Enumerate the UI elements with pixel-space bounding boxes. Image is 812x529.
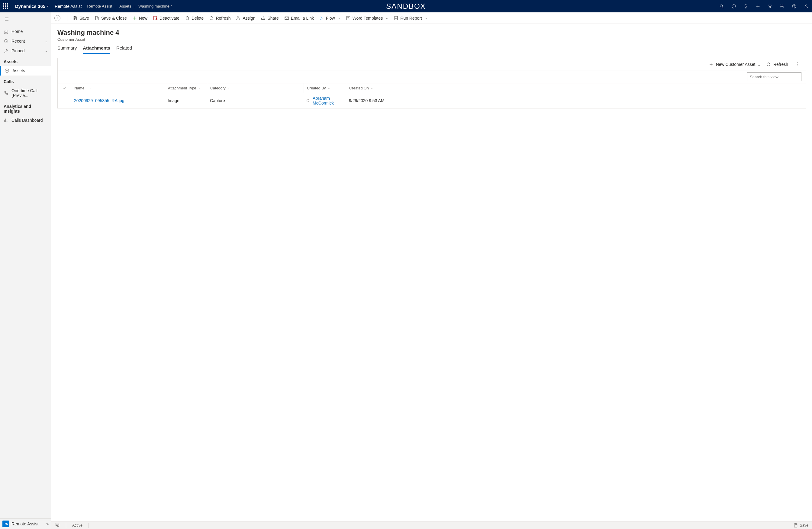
chevron-down-icon[interactable]: ⌄ [45,40,47,43]
chevron-down-icon[interactable]: ⌄ [338,17,340,20]
status-save-label: Save [800,523,809,528]
task-icon[interactable] [731,4,737,9]
svg-rect-17 [154,16,156,20]
filter-icon[interactable] [767,4,773,9]
assign-button[interactable]: Assign [236,16,255,20]
nav-pinned[interactable]: Pinned ⌄ [0,46,51,56]
user-icon[interactable] [803,4,809,9]
cmd-label: Save [79,16,89,20]
more-icon[interactable]: ⋮ [794,61,801,67]
cube-icon [4,68,9,73]
nav-one-time-call[interactable]: One-time Call (Previe... [0,86,51,100]
topbar-app-name[interactable]: Remote Assist [55,4,82,9]
attachment-name-link[interactable]: 20200929_095355_RA.jpg [74,98,125,103]
home-icon [4,29,9,34]
chevron-down-icon[interactable]: ⌄ [89,87,92,90]
breadcrumb-item[interactable]: Washing machine 4 [139,4,173,9]
nav-label: Pinned [12,48,25,53]
sandbox-label: SANDBOX [386,2,426,11]
svg-rect-28 [56,523,58,526]
search-input[interactable] [750,75,800,79]
lightbulb-icon[interactable] [743,4,749,9]
go-back-button[interactable]: ‹ [54,15,60,21]
save-button[interactable]: Save [73,16,89,20]
updown-icon[interactable]: ⇅ [46,523,49,526]
breadcrumb-item[interactable]: Assets [119,4,131,9]
nav-footer-label: Remote Assist [12,521,38,526]
col-header-category[interactable]: Category ⌄ [207,83,304,93]
brand-chevron-icon[interactable]: ▾ [47,4,49,8]
col-label: Category [210,86,226,90]
new-button[interactable]: New [132,16,147,20]
report-icon [394,16,398,20]
table-row[interactable]: 20200929_095355_RA.jpg Image Capture Abr… [58,94,806,108]
save-close-icon [95,16,99,20]
col-label: Created By [307,86,326,90]
nav-label: Home [12,29,23,34]
nav-group-analytics: Analytics and Insights [0,100,51,115]
cmd-label: Refresh [216,16,231,20]
pin-icon [4,48,9,53]
svg-point-5 [782,6,783,7]
nav-assets[interactable]: Assets [0,66,51,75]
chevron-down-icon[interactable]: ⌄ [228,87,230,90]
nav-calls-dashboard[interactable]: Calls Dashboard [0,115,51,125]
status-save-button[interactable]: Save [793,523,809,528]
tab-attachments[interactable]: Attachments [83,45,110,54]
separator [66,523,66,528]
new-attachment-button[interactable]: New Customer Asset ... [709,62,760,67]
cmd-label: New [139,16,147,20]
plus-icon [132,16,137,20]
created-by-link[interactable]: Abraham McCormick [313,96,343,105]
nav-recent[interactable]: Recent ⌄ [0,36,51,46]
col-header-created-by[interactable]: Created By ⌄ [304,83,346,93]
search-icon[interactable] [719,4,724,9]
chevron-down-icon[interactable]: ⌄ [425,17,427,20]
svg-point-7 [794,7,795,8]
col-label: Name [74,86,84,90]
chevron-down-icon[interactable]: ⌄ [386,17,388,20]
popout-icon[interactable] [55,523,60,528]
chevron-down-icon[interactable]: ⌄ [371,87,373,90]
save-close-button[interactable]: Save & Close [95,16,127,20]
col-header-name[interactable]: Name ↑ ⌄ [71,83,165,93]
plus-icon[interactable] [755,4,760,9]
panel-refresh-button[interactable]: Refresh [766,62,788,67]
tab-related[interactable]: Related [116,45,132,54]
tab-summary[interactable]: Summary [57,45,77,54]
select-all-checkbox[interactable] [58,83,71,93]
email-link-button[interactable]: Email a Link [284,16,314,20]
chevron-right-icon: › [134,4,135,8]
nav-label: Calls Dashboard [12,118,43,123]
refresh-button[interactable]: Refresh [209,16,231,20]
cmd-label: Word Templates [352,16,383,20]
phone-icon [4,91,9,96]
col-header-created-on[interactable]: Created On ⌄ [346,83,394,93]
nav-home[interactable]: Home [0,27,51,36]
hamburger-icon[interactable] [0,12,51,27]
presence-icon [307,99,309,102]
deactivate-button[interactable]: Deactivate [153,16,179,20]
nav-label: One-time Call (Previe... [12,88,47,98]
search-input-container[interactable] [747,72,801,81]
run-report-button[interactable]: Run Report ⌄ [394,16,427,20]
share-button[interactable]: Share [261,16,278,20]
cmd-label: Assign [243,16,255,20]
help-icon[interactable] [792,4,797,9]
cmd-label: Deactivate [160,16,179,20]
cell-created-on: 9/29/2020 9:53 AM [349,98,385,103]
nav-footer[interactable]: RA Remote Assist ⇅ [0,518,51,529]
chevron-down-icon[interactable]: ⌄ [198,87,201,90]
settings-icon[interactable] [779,4,785,9]
col-header-attachment-type[interactable]: Attachment Type ⌄ [165,83,207,93]
app-launcher-icon[interactable] [3,3,9,9]
svg-point-8 [806,4,807,6]
delete-button[interactable]: Delete [185,16,204,20]
nav-label: Recent [12,39,25,43]
word-templates-button[interactable]: Word Templates ⌄ [346,16,389,20]
chevron-down-icon[interactable]: ⌄ [328,87,330,90]
row-checkbox[interactable] [58,94,71,108]
chevron-down-icon[interactable]: ⌄ [45,49,47,53]
flow-button[interactable]: Flow ⌄ [319,16,340,20]
breadcrumb-item[interactable]: Remote Assist [87,4,112,9]
